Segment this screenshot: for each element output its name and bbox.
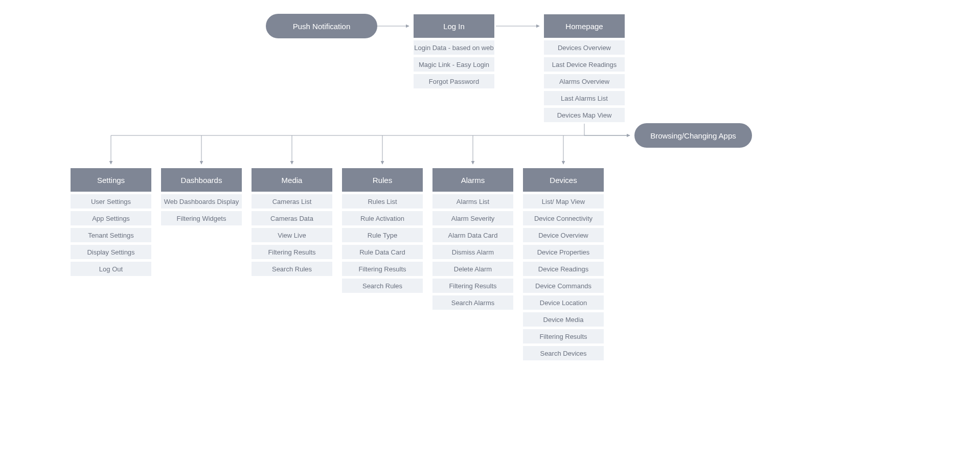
settings-item: Tenant Settings: [71, 228, 151, 242]
item-label: Device Connectivity: [534, 215, 592, 222]
devices-item: Device Commands: [523, 279, 604, 293]
item-label: Filtering Widgets: [177, 215, 226, 222]
item-label: User Settings: [91, 198, 131, 205]
item-label: Last Alarms List: [561, 95, 608, 102]
header-label: Media: [282, 176, 303, 185]
item-label: Cameras Data: [270, 215, 313, 222]
item-label: Login Data - based on web: [414, 44, 493, 52]
item-label: Alarm Severity: [451, 215, 495, 222]
alarms-item: Filtering Results: [432, 279, 513, 293]
header-label: Log In: [443, 22, 465, 31]
group-dashboards: Dashboards Web Dashboards Display Filter…: [161, 168, 242, 228]
item-label: Device Overview: [538, 232, 588, 239]
item-label: Alarms Overview: [559, 78, 609, 85]
homepage-item: Last Device Readings: [544, 57, 625, 72]
item-label: Device Media: [543, 316, 584, 324]
rules-item: Rule Type: [342, 228, 423, 242]
alarms-item: Alarm Data Card: [432, 228, 513, 242]
media-item: Cameras Data: [252, 211, 332, 225]
dashboards-item: Filtering Widgets: [161, 211, 242, 225]
homepage-item: Devices Map View: [544, 108, 625, 122]
node-label: Browsing/Changing Apps: [650, 131, 736, 140]
group-header-devices: Devices: [523, 168, 604, 192]
group-homepage: Homepage Devices Overview Last Device Re…: [544, 14, 625, 125]
header-label: Dashboards: [181, 176, 222, 185]
devices-item: Device Location: [523, 295, 604, 310]
item-label: List/ Map View: [542, 198, 585, 205]
group-header-rules: Rules: [342, 168, 423, 192]
item-label: Delete Alarm: [454, 265, 492, 273]
item-label: Rule Type: [368, 232, 397, 239]
header-label: Settings: [97, 176, 125, 185]
group-devices: Devices List/ Map View Device Connectivi…: [523, 168, 604, 363]
item-label: View Live: [278, 232, 306, 239]
item-label: Filtering Results: [449, 282, 496, 290]
group-header-alarms: Alarms: [432, 168, 513, 192]
item-label: Device Commands: [535, 282, 591, 290]
media-item: Search Rules: [252, 262, 332, 276]
group-header-settings: Settings: [71, 168, 151, 192]
item-label: Last Device Readings: [552, 61, 617, 68]
rules-item: Rule Data Card: [342, 245, 423, 259]
rules-item: Rules List: [342, 194, 423, 209]
header-label: Homepage: [565, 22, 603, 31]
devices-item: Device Media: [523, 312, 604, 327]
dashboards-item: Web Dashboards Display: [161, 194, 242, 209]
group-header-homepage: Homepage: [544, 14, 625, 38]
alarms-item: Delete Alarm: [432, 262, 513, 276]
settings-item: Display Settings: [71, 245, 151, 259]
item-label: Dismiss Alarm: [452, 248, 494, 256]
group-header-media: Media: [252, 168, 332, 192]
header-label: Alarms: [461, 176, 485, 185]
diagram-canvas: Push Notification Browsing/Changing Apps…: [0, 0, 980, 460]
media-item: Filtering Results: [252, 245, 332, 259]
item-label: App Settings: [92, 215, 130, 222]
alarms-item: Dismiss Alarm: [432, 245, 513, 259]
node-label: Push Notification: [293, 22, 351, 31]
item-label: Tenant Settings: [88, 232, 134, 239]
settings-item: Log Out: [71, 262, 151, 276]
devices-item: List/ Map View: [523, 194, 604, 209]
item-label: Alarms List: [457, 198, 489, 205]
devices-item: Search Devices: [523, 346, 604, 360]
item-label: Search Devices: [540, 350, 586, 357]
item-label: Filtering Results: [358, 265, 406, 273]
media-item: View Live: [252, 228, 332, 242]
settings-item: App Settings: [71, 211, 151, 225]
item-label: Filtering Results: [268, 248, 315, 256]
alarms-item: Alarms List: [432, 194, 513, 209]
item-label: Device Readings: [538, 265, 588, 273]
item-label: Devices Map View: [557, 111, 612, 119]
rules-item: Filtering Results: [342, 262, 423, 276]
login-item: Login Data - based on web: [414, 40, 494, 55]
item-label: Devices Overview: [558, 44, 611, 52]
group-rules: Rules Rules List Rule Activation Rule Ty…: [342, 168, 423, 295]
alarms-item: Search Alarms: [432, 295, 513, 310]
item-label: Search Alarms: [451, 299, 495, 307]
devices-item: Device Overview: [523, 228, 604, 242]
group-header-login: Log In: [414, 14, 494, 38]
group-settings: Settings User Settings App Settings Tena…: [71, 168, 151, 279]
homepage-item: Last Alarms List: [544, 91, 625, 105]
homepage-item: Alarms Overview: [544, 74, 625, 88]
header-label: Rules: [373, 176, 392, 185]
group-login: Log In Login Data - based on web Magic L…: [414, 14, 494, 91]
item-label: Magic Link - Easy Login: [419, 61, 489, 68]
group-alarms: Alarms Alarms List Alarm Severity Alarm …: [432, 168, 513, 312]
media-item: Cameras List: [252, 194, 332, 209]
item-label: Web Dashboards Display: [164, 198, 239, 205]
item-label: Rule Data Card: [359, 248, 405, 256]
settings-item: User Settings: [71, 194, 151, 209]
item-label: Rule Activation: [360, 215, 404, 222]
login-item: Forgot Password: [414, 74, 494, 88]
item-label: Search Rules: [272, 265, 312, 273]
group-media: Media Cameras List Cameras Data View Liv…: [252, 168, 332, 279]
item-label: Device Properties: [537, 248, 590, 256]
login-item: Magic Link - Easy Login: [414, 57, 494, 72]
item-label: Log Out: [99, 265, 123, 273]
item-label: Forgot Password: [429, 78, 479, 85]
devices-item: Filtering Results: [523, 329, 604, 343]
item-label: Rules List: [368, 198, 397, 205]
group-header-dashboards: Dashboards: [161, 168, 242, 192]
devices-item: Device Connectivity: [523, 211, 604, 225]
